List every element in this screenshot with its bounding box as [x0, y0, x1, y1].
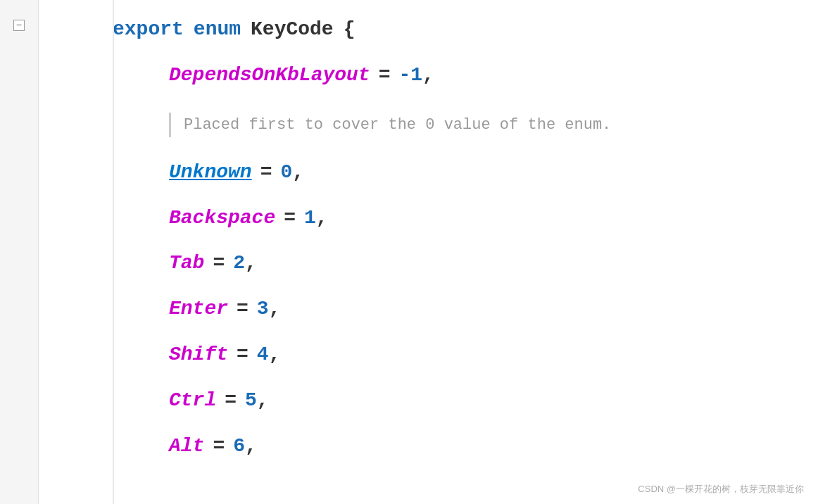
comma-6: , [257, 385, 269, 417]
comma-7: , [245, 431, 257, 462]
member-name-tab: Tab [169, 248, 204, 279]
spacer-4 [113, 190, 818, 203]
member-line-6: Ctrl = 5 , [113, 385, 818, 417]
operator-0: = [379, 60, 391, 92]
member-line-0: DependsOnKbLayout = -1 , [113, 60, 818, 92]
collapse-icon[interactable]: − [13, 20, 25, 31]
member-line-4: Enter = 3 , [113, 294, 818, 325]
member-name-0: DependsOnKbLayout [169, 60, 370, 92]
operator-4: = [237, 294, 248, 325]
comma-4: , [269, 294, 281, 325]
operator-5: = [237, 339, 248, 371]
comma-5: , [269, 339, 281, 371]
spacer-1 [113, 47, 818, 60]
spacer-3 [113, 144, 818, 157]
vertical-divider [113, 0, 114, 504]
member-name-backspace: Backspace [169, 203, 275, 234]
open-brace: { [344, 14, 355, 46]
member-value-3: 2 [233, 248, 245, 279]
member-value-4: 3 [257, 294, 269, 325]
comma-0: , [422, 60, 434, 92]
export-keyword: export [113, 14, 184, 46]
spacer-6 [113, 281, 818, 294]
left-sidebar: − [0, 0, 39, 504]
comment-text: Placed first to cover the 0 value of the… [184, 116, 611, 134]
operator-2: = [284, 203, 296, 234]
comma-1: , [292, 157, 304, 189]
spacer-5 [113, 235, 818, 248]
member-line-5: Shift = 4 , [113, 339, 818, 371]
member-value-6: 5 [245, 385, 257, 417]
enum-class-name: KeyCode [251, 14, 334, 46]
spacer-9 [113, 418, 818, 431]
member-value-1: 0 [280, 157, 292, 189]
member-name-unknown[interactable]: Unknown [169, 157, 252, 189]
operator-3: = [213, 248, 225, 279]
comma-3: , [245, 248, 257, 279]
member-value-2: 1 [304, 203, 316, 234]
enum-declaration-line: export enum KeyCode { [113, 14, 818, 46]
member-value-5: 4 [257, 339, 269, 371]
member-name-ctrl: Ctrl [169, 385, 216, 417]
member-name-alt: Alt [169, 431, 204, 462]
member-line-7: Alt = 6 , [113, 431, 818, 462]
operator-7: = [213, 431, 225, 462]
watermark: CSDN @一棵开花的树，枝芽无限靠近你 [638, 483, 804, 496]
spacer-7 [113, 327, 818, 339]
member-line-3: Tab = 2 , [113, 248, 818, 279]
member-line-1: Unknown = 0 , [113, 157, 818, 189]
enum-keyword: enum [194, 14, 241, 46]
member-value-7: 6 [233, 431, 245, 462]
member-name-shift: Shift [169, 339, 228, 371]
operator-1: = [260, 157, 272, 189]
member-name-enter: Enter [169, 294, 228, 325]
member-line-2: Backspace = 1 , [113, 203, 818, 234]
spacer-2 [113, 93, 818, 106]
spacer-8 [113, 372, 818, 385]
operator-6: = [225, 385, 237, 417]
code-container: export enum KeyCode { DependsOnKbLayout … [0, 0, 818, 504]
comment-block: Placed first to cover the 0 value of the… [169, 113, 662, 137]
comma-2: , [316, 203, 328, 234]
member-value-0: -1 [398, 60, 422, 92]
